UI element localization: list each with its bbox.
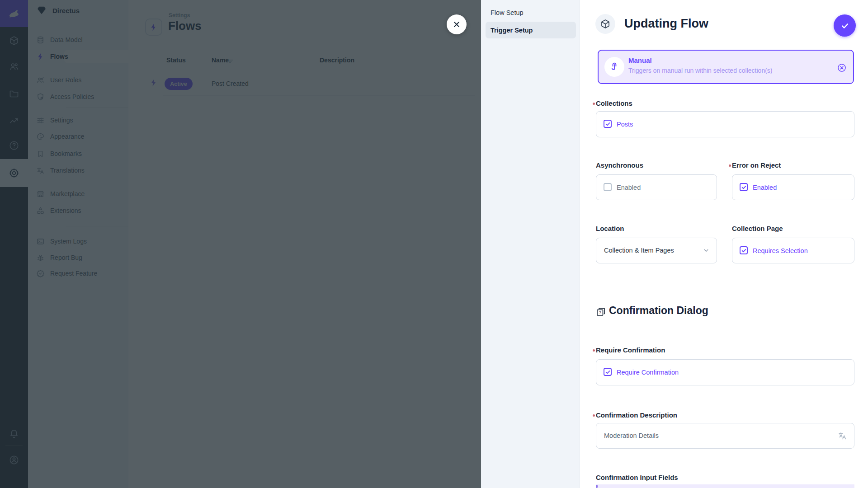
error-on-reject-checkbox-label: Enabled <box>753 184 777 191</box>
error-on-reject-field[interactable]: Enabled <box>732 174 854 200</box>
required-dot <box>593 349 595 352</box>
asynchronous-field[interactable]: Enabled <box>596 174 717 200</box>
cube-icon <box>600 19 611 29</box>
svg-text:?: ? <box>599 310 601 315</box>
confirmation-input-fields-list-item[interactable] <box>596 484 854 488</box>
trigger-card-manual[interactable]: Manual Triggers on manual run within sel… <box>598 50 854 84</box>
asynchronous-checkbox[interactable] <box>604 183 612 191</box>
chevron-down-icon <box>702 246 710 256</box>
require-confirmation-checkbox[interactable] <box>604 368 612 376</box>
error-on-reject-checkbox[interactable] <box>740 183 748 191</box>
field-label-confirmation-input-fields: Confirmation Input Fields <box>596 474 678 481</box>
required-dot <box>593 414 595 417</box>
section-divider <box>596 322 854 322</box>
drawer-nav-flow-setup[interactable]: Flow Setup <box>491 9 524 16</box>
posts-checkbox[interactable] <box>604 120 612 128</box>
field-label-error-on-reject: Error on Reject <box>732 161 781 169</box>
field-label-location: Location <box>596 225 624 232</box>
trigger-card-description: Triggers on manual run within selected c… <box>628 67 773 74</box>
requires-selection-checkbox[interactable] <box>740 246 748 254</box>
require-confirmation-field[interactable]: Require Confirmation <box>596 359 854 385</box>
field-label-require-confirmation: Require Confirmation <box>596 346 665 354</box>
translate-icon[interactable] <box>838 431 847 442</box>
asynchronous-checkbox-label: Enabled <box>617 184 641 191</box>
location-select[interactable]: Collection & Item Pages <box>596 238 717 263</box>
dialog-icon: ? <box>595 306 606 319</box>
collection-page-field[interactable]: Requires Selection <box>732 238 854 263</box>
location-select-value: Collection & Item Pages <box>604 247 674 254</box>
save-button[interactable] <box>834 14 856 37</box>
field-label-collection-page: Collection Page <box>732 225 783 232</box>
confirmation-description-value: Moderation Details <box>604 432 659 439</box>
field-label-confirmation-description: Confirmation Description <box>596 411 677 419</box>
drawer-nav-trigger-setup[interactable]: Trigger Setup <box>491 27 533 34</box>
require-confirmation-checkbox-label: Require Confirmation <box>617 369 679 376</box>
required-dot <box>729 164 731 167</box>
manual-trigger-icon <box>609 61 620 72</box>
field-label-asynchronous: Asynchronous <box>596 161 643 169</box>
drawer-panel: Updating Flow Manual Triggers on manual … <box>580 0 868 488</box>
trigger-card-title: Manual <box>628 56 652 64</box>
drawer-overlay[interactable] <box>0 0 481 488</box>
drawer-nav: Flow Setup Trigger Setup <box>481 0 580 488</box>
drawer-title-icon-circle <box>595 14 615 34</box>
check-icon <box>840 21 850 31</box>
confirmation-description-input[interactable]: Moderation Details <box>596 423 854 449</box>
required-dot <box>593 103 595 105</box>
drawer-title: Updating Flow <box>624 17 708 31</box>
close-drawer-button[interactable] <box>447 14 467 34</box>
list-item-accent <box>596 485 598 488</box>
close-icon <box>453 20 461 28</box>
posts-checkbox-label: Posts <box>617 121 633 128</box>
field-label-collections: Collections <box>596 99 632 107</box>
collections-field[interactable]: Posts <box>596 111 854 137</box>
trigger-icon-circle <box>604 57 624 77</box>
requires-selection-checkbox-label: Requires Selection <box>753 247 808 254</box>
section-title: Confirmation Dialog <box>609 305 708 317</box>
deselect-trigger-icon[interactable] <box>837 63 847 75</box>
